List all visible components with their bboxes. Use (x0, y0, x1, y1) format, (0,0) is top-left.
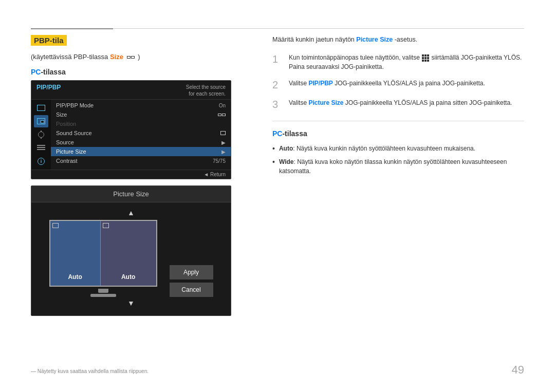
bullet-text-2: Wide: Näytä kuva koko näytön tilassa kun… (279, 157, 524, 176)
page-container: PBP-tila (käytettävissä PBP-tilassa Size… (0, 0, 555, 392)
menu-icon-settings (34, 142, 48, 154)
menu-icon-adjust (34, 128, 48, 141)
menu-icon-pip (34, 115, 48, 127)
screen-right-label: Auto (121, 273, 135, 281)
step-number-2: 2 (272, 79, 283, 91)
menu-icon-info: i (34, 155, 48, 167)
menu-item-pipmode: PIP/PBP Mode On (51, 101, 231, 110)
pc-tilassa-heading: PC-tilassa (31, 68, 252, 76)
intro-text: Määritä kunkin jaetun näytön Picture Siz… (272, 35, 524, 45)
menu-item-picturesize: Picture Size ▶ (51, 147, 231, 156)
pc-tilassa-right-heading: PC-tilassa (272, 129, 524, 138)
step-text-1: Kun toimintonäppäinopas tulee näyttöön, … (289, 53, 524, 71)
step-text-2: Valitse PIP/PBP JOG-painikkeella YLÖS/AL… (289, 79, 485, 88)
menu-items-list: PIP/PBP Mode On Size Position (51, 100, 231, 170)
info-icon: i (38, 158, 45, 165)
size-icon-inline (127, 56, 135, 59)
screen-left: Auto (50, 221, 101, 286)
top-line-accent (31, 28, 113, 29)
bullet-item-auto: • Auto: Näytä kuva kunkin näytön syöttöl… (272, 144, 524, 153)
monitor-stand (90, 289, 116, 297)
screen-left-label: Auto (68, 273, 82, 281)
menu-item-position: Position (51, 119, 231, 128)
step-number-3: 3 (272, 98, 283, 110)
dialog-body: ▲ Auto Auto (31, 202, 231, 315)
step-2: 2 Valitse PIP/PBP JOG-painikkeella YLÖS/… (272, 79, 524, 91)
menu-footer: ◄ Return (31, 170, 231, 179)
screen-left-corner-icon (52, 223, 59, 228)
bullet-item-wide: • Wide: Näytä kuva koko näytön tilassa k… (272, 157, 524, 176)
menu-item-contrast: Contrast 75/75 (51, 156, 231, 165)
pc-tilassa-right: PC-tilassa (272, 129, 524, 138)
stand-neck (98, 289, 108, 293)
page-number: 49 (512, 363, 524, 377)
cancel-button[interactable]: Cancel (170, 283, 213, 297)
display-icon (37, 105, 45, 111)
step-text-3: Valitse Picture Size JOG-painikkeella YL… (289, 98, 512, 107)
menu-item-source: Source ▶ (51, 138, 231, 147)
select-source-text: Select the source for each screen. (186, 84, 226, 97)
step-1: 1 Kun toimintonäppäinopas tulee näyttöön… (272, 53, 524, 71)
step-number-1: 1 (272, 53, 283, 65)
arrow-up-icon: ▲ (127, 209, 135, 217)
subtitle: (käytettävissä PBP-tilassa Size ) (31, 53, 252, 61)
picture-size-dialog: Picture Size ▲ Auto (31, 185, 231, 316)
bullet-list: • Auto: Näytä kuva kunkin näytön syöttöl… (272, 144, 524, 176)
menu-icons: i (31, 100, 51, 170)
settings-icon (37, 145, 45, 151)
menu-header: PIP/PBP Select the source for each scree… (31, 81, 231, 100)
menu-icon-display (34, 102, 48, 114)
stand-base (90, 294, 116, 297)
dialog-title: Picture Size (31, 186, 231, 202)
pbp-title: PBP-tila (31, 35, 67, 46)
left-column: PBP-tila (käytettävissä PBP-tilassa Size… (31, 35, 252, 316)
menu-item-sound: Sound Source (51, 128, 231, 138)
bullet-text-1: Auto: Näytä kuva kunkin näytön syöttöläh… (279, 144, 475, 153)
menu-body: i PIP/PBP Mode On Size (31, 100, 231, 170)
bullet-dot-2: • (272, 157, 275, 176)
dialog-buttons: Apply Cancel (170, 265, 213, 297)
menu-screenshot: PIP/PBP Select the source for each scree… (31, 80, 231, 179)
divider-line (272, 121, 524, 121)
split-screens: Auto Auto (49, 220, 157, 287)
note-text: — Näytetty kuva saattaa vaihdella mallis… (31, 368, 149, 374)
steps-list: 1 Kun toimintonäppäinopas tulee näyttöön… (272, 53, 524, 110)
screen-right-corner-icon (103, 223, 109, 228)
right-column: Määritä kunkin jaetun näytön Picture Siz… (272, 35, 524, 316)
step-3: 3 Valitse Picture Size JOG-painikkeella … (272, 98, 524, 110)
menu-item-size: Size (51, 110, 231, 119)
apply-button[interactable]: Apply (170, 265, 213, 279)
grid-icon-inline (422, 54, 429, 62)
bullet-dot-1: • (272, 144, 275, 153)
pip-pbp-label: PIP/PBP (36, 84, 61, 97)
arrow-down-icon: ▼ (127, 299, 135, 307)
screen-right: Auto (101, 221, 156, 286)
